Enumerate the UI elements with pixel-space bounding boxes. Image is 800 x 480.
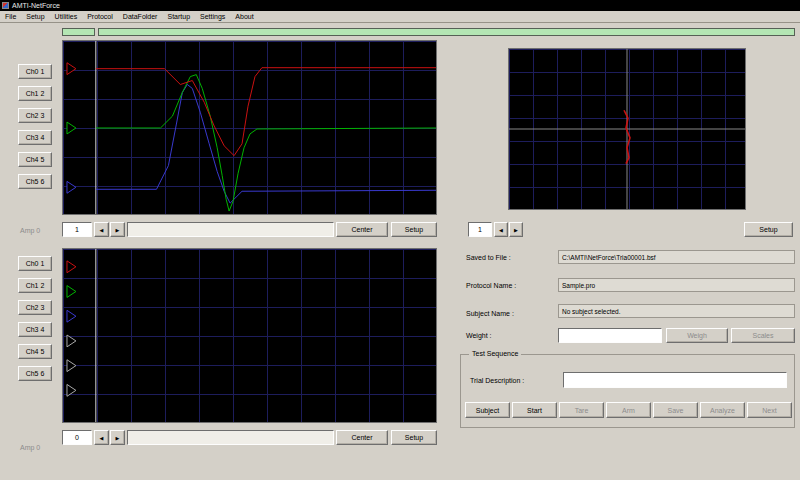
scope1-channel-button-4[interactable]: Ch3 4	[18, 130, 52, 145]
menubar: File Setup Utilities Protocol DataFolder…	[0, 11, 800, 23]
weight-input[interactable]	[558, 328, 662, 343]
scope2-marker-ch3-icon[interactable]	[67, 310, 76, 322]
scope1-marker-ch2-icon[interactable]	[67, 122, 76, 134]
subject-button[interactable]: Subject	[465, 402, 510, 418]
menu-settings[interactable]: Settings	[195, 11, 230, 22]
weight-label: Weight :	[466, 332, 492, 339]
tare-button[interactable]: Tare	[559, 402, 604, 418]
weigh-button[interactable]: Weigh	[666, 328, 728, 343]
subject-name-label: Subject Name :	[466, 310, 514, 317]
window-title: AMTI-NetForce	[12, 2, 60, 9]
app-icon	[2, 2, 9, 9]
scope2-setup-button[interactable]: Setup	[391, 430, 437, 445]
scope1-plot	[63, 41, 436, 214]
menu-startup[interactable]: Startup	[162, 11, 195, 22]
scope2-channel-button-6[interactable]: Ch5 6	[18, 366, 52, 381]
arm-button[interactable]: Arm	[606, 402, 651, 418]
scope1-marker-ch1-icon[interactable]	[67, 63, 76, 75]
scope1-channel-button-1[interactable]: Ch0 1	[18, 64, 52, 79]
scope1-scrollbar-track[interactable]	[127, 222, 334, 237]
next-button[interactable]: Next	[747, 402, 792, 418]
scope2-scroll-left-button[interactable]: ◀	[94, 430, 109, 445]
saved-to-file-label: Saved to File :	[466, 254, 511, 261]
scope1-trace-red	[96, 68, 436, 156]
protocol-name-value: Sample.pro	[558, 278, 795, 292]
scope2-center-button[interactable]: Center	[336, 430, 388, 445]
scales-button[interactable]: Scales	[731, 328, 795, 343]
menu-protocol[interactable]: Protocol	[82, 11, 118, 22]
trial-description-input[interactable]	[563, 372, 787, 388]
start-button[interactable]: Start	[512, 402, 557, 418]
scope1-amp-label: Amp 0	[20, 227, 40, 234]
analyze-button[interactable]: Analyze	[700, 402, 745, 418]
test-sequence-title: Test Sequence	[469, 350, 521, 357]
menu-utilities[interactable]: Utilities	[50, 11, 83, 22]
app-window: AMTI-NetForce File Setup Utilities Proto…	[0, 0, 800, 480]
scope2-marker-ch1-icon[interactable]	[67, 261, 76, 273]
scope1-marker-ch3-icon[interactable]	[67, 181, 76, 193]
trial-description-label: Trial Description :	[470, 377, 524, 384]
scope1-scroll-right-button[interactable]: ▶	[110, 222, 125, 237]
cop-scroll-right-button[interactable]: ▶	[509, 222, 523, 237]
scope2-marker-ch6-icon[interactable]	[67, 384, 76, 396]
scope2-display	[62, 248, 437, 423]
scope1-channel-button-6[interactable]: Ch5 6	[18, 174, 52, 189]
menu-setup[interactable]: Setup	[21, 11, 49, 22]
protocol-name-label: Protocol Name :	[466, 282, 516, 289]
scope2-marker-ch4-icon[interactable]	[67, 335, 76, 347]
scope2-channel-button-5[interactable]: Ch4 5	[18, 344, 52, 359]
scope1-page-indicator: 1	[62, 222, 92, 237]
titlebar: AMTI-NetForce	[0, 0, 800, 11]
scope1-display	[62, 40, 437, 215]
scope2-channel-button-3[interactable]: Ch2 3	[18, 300, 52, 315]
scope1-trace-blue	[96, 84, 436, 203]
save-button[interactable]: Save	[653, 402, 698, 418]
scope2-channel-button-4[interactable]: Ch3 4	[18, 322, 52, 337]
scope1-channel-button-3[interactable]: Ch2 3	[18, 108, 52, 123]
progress-bar-main	[98, 28, 795, 36]
scope1-scroll-left-button[interactable]: ◀	[94, 222, 109, 237]
scope2-page-indicator: 0	[62, 430, 92, 445]
scope2-plot	[63, 249, 436, 422]
cop-page-indicator: 1	[468, 222, 492, 237]
cop-scroll-left-button[interactable]: ◀	[494, 222, 508, 237]
scope1-channel-button-5[interactable]: Ch4 5	[18, 152, 52, 167]
cop-setup-button[interactable]: Setup	[744, 222, 793, 237]
menu-datafolder[interactable]: DataFolder	[118, 11, 163, 22]
menu-about[interactable]: About	[230, 11, 258, 22]
scope2-scroll-right-button[interactable]: ▶	[110, 430, 125, 445]
menu-file[interactable]: File	[0, 11, 21, 22]
scope2-marker-ch2-icon[interactable]	[67, 286, 76, 298]
cop-display	[508, 48, 746, 210]
scope2-channel-button-2[interactable]: Ch1 2	[18, 278, 52, 293]
saved-to-file-value: C:\AMTI\NetForce\Tria00001.bsf	[558, 250, 795, 264]
scope1-center-button[interactable]: Center	[336, 222, 388, 237]
scope2-scrollbar-track[interactable]	[127, 430, 334, 445]
scope2-amp-label: Amp 0	[20, 444, 40, 451]
progress-bar-left	[62, 28, 95, 36]
subject-name-value: No subject selected.	[558, 304, 795, 318]
cop-plot	[509, 49, 745, 209]
scope1-channel-button-2[interactable]: Ch1 2	[18, 86, 52, 101]
scope2-channel-button-1[interactable]: Ch0 1	[18, 256, 52, 271]
scope1-setup-button[interactable]: Setup	[391, 222, 437, 237]
scope2-marker-ch5-icon[interactable]	[67, 360, 76, 372]
